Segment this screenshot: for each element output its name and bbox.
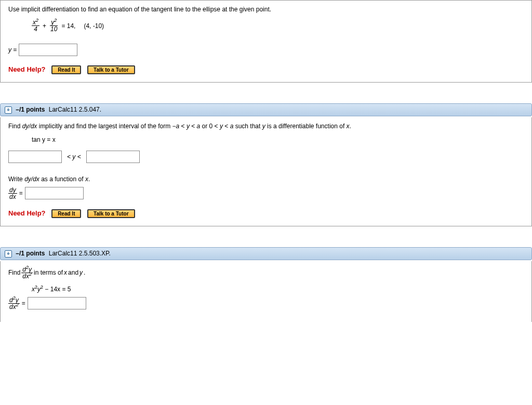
q1-equation: x2 4 + y2 10 = 14, (4, -10): [32, 19, 524, 32]
q2-equation: tan y = x: [32, 136, 524, 143]
q3-answer-input[interactable]: [28, 297, 86, 309]
read-it-button[interactable]: Read It: [51, 209, 81, 218]
q3-answer-row: d2y dx2 =: [8, 297, 524, 310]
q2-interval-lower-input[interactable]: [8, 151, 62, 163]
q2-interval-upper-input[interactable]: [86, 151, 140, 163]
question-3: Find d2y dx2 in terms of x and y. x2y2 −…: [0, 261, 532, 322]
q1-answer-input[interactable]: [19, 44, 77, 56]
interval-label: < y <: [67, 153, 81, 160]
talk-to-tutor-button[interactable]: Talk to a Tutor: [87, 65, 135, 74]
q2-instruction: Find dy/dx implicitly and find the large…: [8, 123, 524, 130]
fraction-d2ydx2: d2y dx2: [21, 266, 33, 279]
need-help-label: Need Help?: [8, 209, 46, 217]
expand-icon[interactable]: +: [5, 250, 12, 258]
expand-icon[interactable]: +: [5, 106, 12, 114]
question-2: Find dy/dx implicitly and find the large…: [0, 117, 532, 226]
q2-points-header: + –/1 points LarCalc11 2.5.047.: [0, 103, 532, 116]
q3-equation: x2y2 − 14x = 5: [32, 286, 524, 293]
q3-instruction: Find d2y dx2 in terms of x and y.: [8, 266, 524, 279]
q1-instruction: Use implicit differentiation to find an …: [8, 6, 524, 13]
talk-to-tutor-button[interactable]: Talk to a Tutor: [87, 209, 135, 218]
q2-dydx-row: dy dx =: [8, 187, 524, 200]
q1-answer-row: y =: [8, 44, 524, 56]
fraction-d2ydx2: d2y dx2: [8, 297, 20, 310]
q2-write-prompt: Write dy/dx as a function of x.: [8, 176, 524, 183]
fraction-y2-10: y2 10: [49, 19, 58, 32]
fraction-dydx: dy dx: [8, 187, 17, 200]
fraction-x2-4: x2 4: [32, 19, 39, 32]
q3-points: –/1 points: [16, 250, 45, 257]
q2-dydx-input[interactable]: [25, 187, 84, 199]
q2-points: –/1 points: [16, 106, 45, 113]
y-equals-label: y =: [8, 46, 17, 53]
q1-point: (4, -10): [84, 22, 104, 30]
q2-reference: LarCalc11 2.5.047.: [49, 106, 101, 113]
q2-interval-row: < y <: [8, 151, 524, 163]
need-help-row: Need Help? Read It Talk to a Tutor: [8, 65, 524, 74]
q3-reference: LarCalc11 2.5.503.XP.: [49, 250, 111, 257]
need-help-row: Need Help? Read It Talk to a Tutor: [8, 209, 524, 218]
question-1: Use implicit differentiation to find an …: [0, 0, 532, 83]
q3-points-header: + –/1 points LarCalc11 2.5.503.XP.: [0, 247, 532, 260]
need-help-label: Need Help?: [8, 65, 46, 73]
read-it-button[interactable]: Read It: [51, 65, 81, 74]
